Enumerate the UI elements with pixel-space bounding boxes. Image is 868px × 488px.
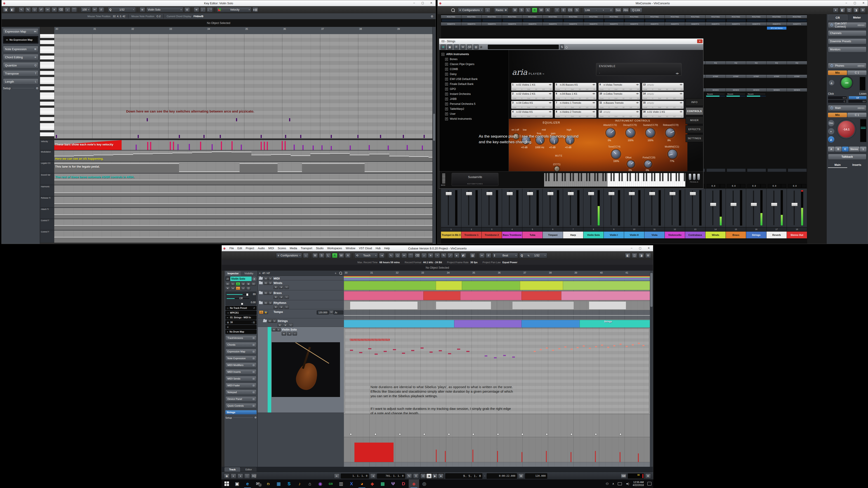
inserts-rack-header[interactable]: INSERTS — [583, 22, 604, 26]
tab-visibility[interactable]: Visibility — [241, 271, 256, 275]
midi-note[interactable] — [350, 350, 353, 351]
preset-menu-icon[interactable]: ▤ — [473, 44, 479, 50]
midi-note[interactable] — [466, 351, 469, 352]
range-tool-icon[interactable]: ◻ — [395, 253, 400, 258]
winds-event[interactable] — [436, 281, 462, 290]
menu-midi[interactable]: MIDI — [268, 247, 274, 250]
punch-in-icon[interactable]: ◐ — [231, 474, 236, 479]
bank-row[interactable]: ≣ — [225, 325, 256, 329]
lanes-button[interactable]: ◫ — [246, 287, 251, 290]
drum-map-row[interactable]: ●No Drum Map — [225, 330, 256, 334]
racks-selector[interactable]: Racks✱ — [494, 7, 508, 13]
task-view-icon[interactable]: ▣ — [232, 480, 242, 488]
output-routing-slot[interactable] — [788, 168, 807, 172]
section-downmix-presets[interactable]: Downmix Presets — [828, 38, 866, 44]
color-menu-icon[interactable]: ▧ — [470, 253, 475, 258]
fader-handle[interactable] — [588, 192, 594, 195]
layout-left-icon[interactable]: ◧ — [840, 8, 845, 13]
layout-right-icon[interactable]: ◨ — [853, 8, 859, 13]
link-group-selector[interactable]: Link-▾⊘ — [583, 7, 614, 13]
close-icon[interactable]: ✕ — [428, 1, 435, 5]
fader-value-box[interactable]: 0.0 — [788, 184, 801, 188]
global-r-button[interactable]: R — [532, 8, 537, 13]
fader-value-box[interactable]: 0.0 — [768, 184, 781, 188]
arrange-row-winds[interactable] — [344, 281, 650, 291]
note-plus-icon[interactable]: ♩⁺ — [207, 7, 213, 12]
lane-adsr[interactable]: The rest of these lanes automate ADSR co… — [54, 173, 433, 185]
metronome-icon[interactable]: ◭ — [829, 80, 834, 86]
channel-name-label[interactable]: Violoncello — [665, 232, 685, 238]
fader-handle[interactable] — [608, 192, 615, 195]
global-m-button[interactable]: M — [512, 8, 518, 13]
global-l-button[interactable]: L — [525, 8, 531, 13]
expand-icon[interactable]: + — [445, 107, 448, 110]
maximize-icon[interactable]: ▢ — [851, 1, 858, 5]
tree-item-world-instruments[interactable]: +World Instruments — [445, 116, 508, 121]
track-row-rhythmn[interactable]: msRhythmn●◂＝ — [258, 300, 344, 309]
piano-keys[interactable]: C0 — [40, 34, 55, 138]
firefox-icon[interactable]: ◕ — [357, 480, 367, 488]
keyswitch-note[interactable] — [220, 135, 221, 138]
routing-slot[interactable] — [503, 19, 522, 22]
aria-slot-4[interactable]: 4n-03 Violas KS◀▶Tune0Def321/204 — [511, 110, 553, 118]
rhythmn-event[interactable] — [350, 301, 418, 310]
aria-slot-15[interactable]: 15empty◀▶Tune0Def321/215 — [642, 101, 684, 109]
fader-track[interactable] — [672, 191, 673, 225]
midi-note[interactable] — [457, 349, 460, 350]
strip-rack-header[interactable]: STRIP — [767, 75, 787, 78]
quantize-preset[interactable]: Q1/32◔ — [108, 7, 136, 12]
track-row-midi[interactable]: msMIDI — [258, 276, 344, 281]
keyswitch-note[interactable] — [380, 135, 381, 138]
fader-track[interactable] — [631, 191, 632, 225]
expand-icon[interactable]: + — [445, 73, 448, 76]
keyswitch-note[interactable] — [260, 135, 262, 138]
tree-item-instant-orchestra[interactable]: +Instant Orchestra — [445, 92, 508, 96]
routing-slot[interactable] — [726, 19, 746, 22]
routing-slot[interactable] — [544, 19, 563, 22]
ensemble-box[interactable]: ENSEMBLE-◀▶ — [596, 63, 682, 76]
mix-button[interactable]: Mix — [828, 113, 847, 117]
timebase-button[interactable]: ♩ — [236, 287, 240, 290]
velocity-bar[interactable] — [200, 142, 201, 150]
sends-rack-header[interactable]: SENDS — [726, 88, 746, 92]
routing-slot[interactable] — [645, 19, 664, 22]
expand-icon[interactable]: + — [445, 83, 448, 86]
winds-event[interactable] — [344, 281, 436, 290]
mute-power-knob[interactable]: ⊙ — [555, 166, 559, 171]
velocity-bar[interactable] — [264, 142, 265, 150]
lane-flat[interactable] — [54, 219, 433, 230]
midi-activity-icon[interactable]: ⌨ — [621, 474, 626, 479]
erase-tool-icon[interactable]: ⌫ — [414, 253, 420, 258]
fader-track[interactable] — [794, 191, 795, 225]
velocity-bar[interactable] — [293, 144, 295, 150]
send-slot-reverb[interactable]: Reverb — [747, 93, 766, 95]
track-row-violin-solo[interactable]: msViolin Solo●◂＝ — [258, 327, 344, 413]
inspector-section-quick-controls[interactable]: Quick Controls⊟ — [225, 403, 256, 409]
tab-info[interactable]: INFO — [686, 98, 703, 106]
routing-slot[interactable] — [787, 19, 807, 22]
eq-rack-header[interactable]: EQ — [706, 61, 726, 65]
goto-start-icon[interactable]: ⊙ — [421, 474, 426, 479]
part-list-icon[interactable]: ≋ — [140, 7, 145, 12]
folder-icon[interactable] — [263, 320, 267, 322]
inserts-rack-header[interactable]: INSERTS — [624, 22, 645, 26]
fader-value-box2[interactable] — [801, 184, 806, 188]
zoom-tool-icon[interactable]: ⌫ — [58, 7, 64, 12]
menu-studio[interactable]: Studio — [316, 247, 323, 250]
caret-down-icon[interactable]: ▾ — [833, 8, 838, 13]
midi-note[interactable] — [421, 348, 424, 349]
mute-button[interactable]: m — [264, 277, 268, 281]
inserts-rack-header[interactable]: INSERTS — [502, 22, 522, 26]
track-row-tempo[interactable]: ⏻🔓Tempo120.000⊢Ju — [258, 309, 344, 318]
power-icon[interactable] — [831, 107, 833, 109]
solo-button[interactable]: s — [268, 301, 273, 305]
store-icon[interactable]: ▦ — [274, 480, 284, 488]
mute-button[interactable]: m — [225, 282, 230, 286]
mute-button[interactable]: m — [264, 291, 268, 295]
tempo-curve-box[interactable]: Ju — [333, 311, 343, 315]
piano-roll-grid[interactable]: Down here we can see the key switches al… — [54, 34, 433, 138]
midi-note[interactable] — [402, 353, 405, 354]
solo-button[interactable]: s — [272, 319, 277, 323]
monitor-button[interactable]: ◂ — [230, 287, 235, 290]
track-row-brass[interactable]: msBrass●◂＝ — [258, 290, 344, 300]
